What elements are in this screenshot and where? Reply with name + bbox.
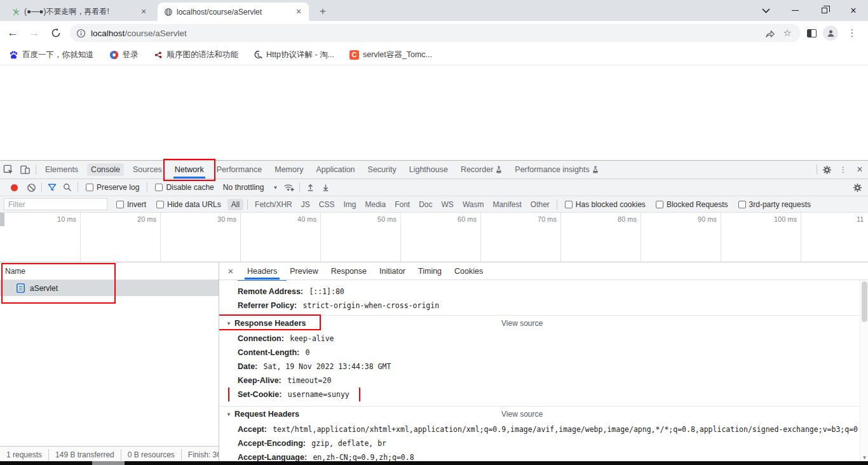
devtools-settings-gear-icon[interactable]	[818, 162, 835, 177]
tab-sources[interactable]: Sources	[126, 161, 168, 179]
forward-button[interactable]: →	[25, 24, 43, 42]
share-icon[interactable]	[763, 26, 776, 40]
header-name: Remote Address:	[238, 287, 303, 296]
window-close-button[interactable]: ×	[839, 0, 868, 21]
headers-detail-body[interactable]: Status Code:200 Remote Address: [::1]:80…	[219, 280, 868, 462]
network-timeline-overview[interactable]: 10 ms 20 ms 30 ms 40 ms 50 ms 60 ms 70 m…	[0, 213, 868, 262]
devtools-close-icon[interactable]: ×	[851, 162, 868, 177]
details-tab-headers[interactable]: Headers	[241, 262, 283, 280]
filter-pill-ws[interactable]: WS	[442, 200, 454, 209]
response-headers-section-header[interactable]: ▼Response Headers View source	[219, 316, 859, 332]
network-settings-gear-icon[interactable]	[849, 180, 865, 195]
bookmark-login[interactable]: 登录	[109, 50, 139, 60]
close-details-icon[interactable]: ×	[226, 266, 236, 276]
filter-pill-all[interactable]: All	[227, 199, 243, 210]
bookmark-baidu[interactable]: 百度一下，你就知道	[9, 50, 94, 60]
tab-title: (●—●)不要走啊，再看看!	[24, 6, 135, 17]
tab-memory[interactable]: Memory	[268, 161, 309, 179]
header-row-set-cookie: Set-Cookie: username=sunyy	[219, 388, 859, 401]
preserve-log-checkbox[interactable]: Preserve log	[86, 183, 139, 192]
checkbox-icon	[738, 201, 746, 208]
taskbar-edge-thumb	[92, 461, 125, 465]
network-conditions-icon[interactable]	[281, 180, 297, 194]
request-row-aservlet[interactable]: aServlet	[0, 280, 219, 296]
tab-close-icon[interactable]: ×	[139, 7, 149, 17]
name-column-header[interactable]: Name	[0, 262, 219, 280]
tab-performance-insights[interactable]: Performance insights	[508, 161, 604, 179]
bookmark-star-icon[interactable]: ☆	[780, 26, 794, 40]
blocked-requests-checkbox[interactable]: Blocked Requests	[656, 200, 728, 209]
summary-requests: 1 requests	[0, 450, 48, 459]
bookmark-http-article[interactable]: Http协议详解 - 淘...	[254, 50, 334, 60]
clear-network-log-icon[interactable]	[24, 180, 39, 194]
invert-checkbox[interactable]: Invert	[116, 200, 146, 209]
device-toolbar-icon[interactable]	[17, 163, 33, 177]
tab-search-chevron-icon[interactable]	[751, 0, 780, 21]
record-button[interactable]	[11, 184, 18, 191]
filter-pill-img[interactable]: Img	[343, 200, 356, 209]
filter-pill-wasm[interactable]: Wasm	[463, 200, 484, 209]
third-party-requests-checkbox[interactable]: 3rd-party requests	[738, 200, 811, 209]
filter-pill-media[interactable]: Media	[365, 200, 386, 209]
filter-input[interactable]	[4, 198, 107, 210]
minimize-button[interactable]	[780, 0, 810, 21]
filter-pill-fetch-xhr[interactable]: Fetch/XHR	[255, 200, 292, 209]
expander-triangle-icon[interactable]: ▼	[226, 412, 231, 417]
export-har-icon[interactable]	[318, 180, 333, 194]
browser-menu-kebab-icon[interactable]: ⋮	[844, 27, 860, 39]
details-tab-preview[interactable]: Preview	[283, 262, 324, 280]
devtools-menu-kebab-icon[interactable]: ⋮	[835, 162, 851, 177]
has-blocked-cookies-checkbox[interactable]: Has blocked cookies	[565, 200, 646, 209]
tab-console[interactable]: Console	[85, 161, 126, 179]
expander-triangle-icon[interactable]: ▼	[226, 321, 231, 327]
filter-pill-other[interactable]: Other	[531, 200, 550, 209]
url-text[interactable]: localhost/course/aServlet	[91, 29, 187, 38]
tab-security[interactable]: Security	[362, 161, 403, 179]
hide-data-urls-checkbox[interactable]: Hide data URLs	[156, 200, 221, 209]
filter-pill-manifest[interactable]: Manifest	[492, 200, 521, 209]
tab-application[interactable]: Application	[309, 161, 361, 179]
filter-pill-doc[interactable]: Doc	[419, 200, 432, 209]
details-tab-initiator[interactable]: Initiator	[373, 262, 412, 280]
new-tab-button[interactable]: +	[315, 4, 330, 20]
tab-network[interactable]: Network	[168, 161, 210, 179]
tab-lighthouse[interactable]: Lighthouse	[403, 161, 454, 179]
restore-button[interactable]	[810, 0, 839, 21]
site-info-icon[interactable]	[76, 29, 86, 38]
csdn-icon: C	[349, 50, 359, 60]
throttling-dropdown[interactable]: No throttling▼	[223, 183, 278, 192]
tab-recorder[interactable]: Recorder	[454, 161, 508, 179]
filter-pill-js[interactable]: JS	[301, 200, 310, 209]
browser-tab-1[interactable]: (●—●)不要走啊，再看看! ×	[5, 3, 154, 21]
tab-elements[interactable]: Elements	[39, 161, 85, 179]
bookmark-csdn-servlet[interactable]: C servlet容器_Tomc...	[349, 50, 432, 60]
inspect-element-icon[interactable]	[0, 163, 17, 177]
timeline-gridline	[721, 213, 721, 262]
request-headers-section-header[interactable]: ▼Request Headers View source	[219, 407, 859, 422]
bookmark-sequence-diagram[interactable]: 顺序图的语法和功能	[154, 50, 239, 60]
import-har-icon[interactable]	[302, 180, 318, 194]
filter-funnel-icon[interactable]	[44, 180, 60, 194]
search-icon[interactable]	[60, 180, 75, 194]
tab-close-icon[interactable]: ×	[294, 7, 304, 17]
profile-avatar[interactable]	[823, 25, 838, 41]
filter-pill-font[interactable]: Font	[395, 200, 410, 209]
disable-cache-checkbox[interactable]: Disable cache	[155, 183, 214, 192]
address-bar[interactable]: localhost/course/aServlet ☆	[70, 24, 801, 42]
section-title: Response Headers	[234, 319, 306, 328]
details-tab-timing[interactable]: Timing	[412, 262, 448, 280]
view-source-link[interactable]: View source	[501, 407, 543, 422]
scrollbar-thumb[interactable]	[862, 281, 867, 322]
tab-performance[interactable]: Performance	[210, 161, 269, 179]
reload-button[interactable]	[47, 24, 65, 42]
details-scrollbar[interactable]: ▼	[860, 280, 868, 462]
details-tab-response[interactable]: Response	[325, 262, 373, 280]
side-panel-icon[interactable]	[807, 29, 817, 37]
view-source-link[interactable]: View source	[501, 316, 543, 332]
details-tab-cookies[interactable]: Cookies	[448, 262, 489, 280]
back-button[interactable]: ←	[4, 24, 22, 42]
devtools-tab-bar: Elements Console Sources Network Perform…	[0, 161, 868, 179]
scroll-down-arrow-icon[interactable]: ▼	[860, 455, 868, 461]
browser-tab-2-active[interactable]: localhost/course/aServlet ×	[158, 3, 309, 21]
filter-pill-css[interactable]: CSS	[319, 200, 335, 209]
